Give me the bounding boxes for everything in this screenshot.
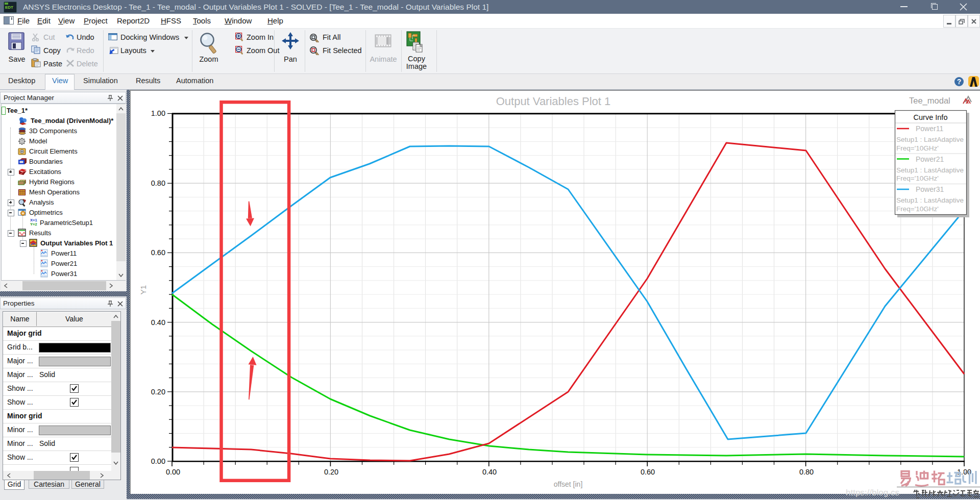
svg-text:Setup1 : LastAdaptive: Setup1 : LastAdaptive [896, 166, 964, 174]
svg-text:Output Variables Plot 1: Output Variables Plot 1 [496, 95, 611, 108]
svg-text:Freq='10GHz': Freq='10GHz' [896, 174, 939, 182]
svg-text:https://blog.cs: https://blog.cs [846, 488, 899, 497]
svg-text:0.80: 0.80 [799, 468, 814, 476]
svg-text:0.60: 0.60 [641, 468, 655, 476]
svg-text:Power21: Power21 [916, 155, 944, 163]
svg-text:Y1: Y1 [139, 285, 148, 295]
svg-text:Freq='10GHz': Freq='10GHz' [896, 205, 939, 213]
svg-text:0.00: 0.00 [151, 457, 165, 465]
svg-text:0.20: 0.20 [151, 388, 165, 396]
svg-text:0.40: 0.40 [482, 468, 497, 476]
svg-text:0.00: 0.00 [166, 468, 180, 476]
svg-text:Setup1 : LastAdaptive: Setup1 : LastAdaptive [896, 196, 964, 204]
svg-text:Setup1 : LastAdaptive: Setup1 : LastAdaptive [896, 136, 964, 143]
svg-text:0.40: 0.40 [151, 318, 165, 327]
svg-text:offset [in]: offset [in] [554, 480, 583, 488]
svg-text:Freq='10GHz': Freq='10GHz' [896, 144, 939, 152]
svg-text:0.80: 0.80 [151, 179, 165, 187]
svg-text:Power11: Power11 [916, 124, 943, 133]
svg-text:Curve Info: Curve Info [914, 113, 948, 121]
svg-text:0.20: 0.20 [324, 468, 338, 476]
svg-text:Tee_modal: Tee_modal [909, 96, 950, 106]
svg-text:1.00: 1.00 [151, 109, 165, 117]
svg-text:0.60: 0.60 [151, 248, 165, 257]
svg-text:Power31: Power31 [916, 185, 944, 193]
